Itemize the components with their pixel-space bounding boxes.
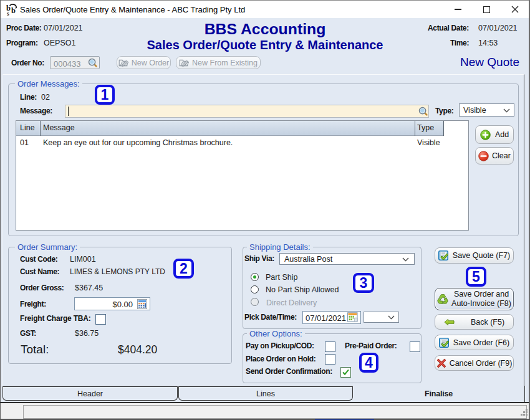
svg-text:b: b [11,6,16,15]
svg-text:s: s [7,11,9,17]
